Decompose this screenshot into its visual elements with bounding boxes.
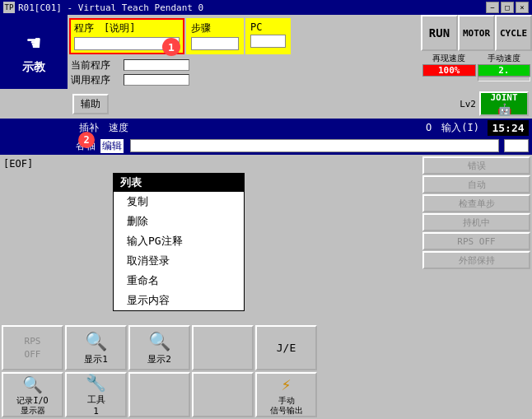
current-prog-input[interactable] xyxy=(124,59,189,71)
manual-signal-label: 手动信号输出 xyxy=(270,396,303,416)
right-panel: RUN MOTOR CYCLE 再现速度 100% 手动速度 2. xyxy=(421,15,532,89)
sidebar-btn-auto[interactable]: 自动 xyxy=(422,175,530,193)
show2-icon: 🔍 xyxy=(148,331,170,351)
right-sidebar: 错误 自动 检查单步 持机中 RPS OFF 外部保持 xyxy=(421,155,532,324)
call-prog-input[interactable] xyxy=(124,74,189,86)
joint-label: JOINT xyxy=(490,92,517,103)
cycle-button[interactable]: CYCLE xyxy=(495,15,532,51)
dropdown-item-cancel-reg[interactable]: 取消登录 xyxy=(114,251,244,271)
manual-speed-value: 2. xyxy=(478,64,531,77)
joint-button[interactable]: JOINT 🤖 xyxy=(479,91,529,116)
nav-item-speed[interactable]: 速度 xyxy=(107,121,130,135)
program-label: 程序 [说明] xyxy=(74,21,180,35)
close-button[interactable]: × xyxy=(516,2,529,13)
eof-label: [EOF] xyxy=(0,155,68,173)
dropdown-item-rename[interactable]: 重命名 xyxy=(114,271,244,291)
tool-btn-empty1[interactable] xyxy=(192,325,254,370)
tool-btn-manual-signal[interactable]: ⚡ 手动信号输出 xyxy=(255,372,317,417)
joint-icon: 🤖 xyxy=(497,103,511,116)
dropdown-item-input-pg[interactable]: 输入PG注释 xyxy=(114,231,244,251)
run-button[interactable]: RUN xyxy=(421,15,458,51)
dropdown-item-copy[interactable]: 复制 xyxy=(114,192,244,212)
editor-area: 列表 复制 删除 输入PG注释 取消登录 重命名 显示内容 xyxy=(68,155,421,324)
sidebar-btn-check-step[interactable]: 检查单步 xyxy=(422,194,530,212)
tool-btn-show2[interactable]: 🔍 显示2 xyxy=(128,325,190,370)
replay-speed-label: 再现速度 xyxy=(432,53,465,64)
step-label: 步骤 xyxy=(191,21,239,35)
show1-icon: 🔍 xyxy=(85,331,107,351)
je-label: J/E xyxy=(277,342,296,354)
edit-input[interactable] xyxy=(130,139,499,152)
sidebar-btn-ext-hold[interactable]: 外部保持 xyxy=(422,251,530,269)
sidebar-btn-error[interactable]: 错误 xyxy=(422,156,530,175)
record-io-icon: 🔍 xyxy=(22,375,43,394)
tool-btn-record-io[interactable]: 🔍 记录I/O显示器 xyxy=(2,372,63,417)
replay-speed-box: 再现速度 100% xyxy=(422,53,476,81)
dropdown-menu: 列表 复制 删除 输入PG注释 取消登录 重命名 显示内容 xyxy=(113,173,245,311)
aux-button[interactable]: 辅助 xyxy=(72,94,109,114)
tool-btn-empty3[interactable] xyxy=(192,372,254,417)
teach-button[interactable]: ☚ 示教 xyxy=(0,15,68,89)
hand-icon: ☚ xyxy=(27,30,41,57)
rmc-row: RUN MOTOR CYCLE xyxy=(421,15,532,51)
current-prog-row: 当前程序 xyxy=(71,58,418,72)
speed-bar xyxy=(478,77,531,81)
nav-item-edit[interactable]: 编辑 xyxy=(100,139,124,153)
nav-item-o[interactable]: O xyxy=(424,122,433,133)
nav-bar-2: 各轴 2 编辑 xyxy=(0,137,532,155)
nav-item-input[interactable]: 输入(I) xyxy=(440,121,481,135)
sidebar-btn-hold[interactable]: 持机中 xyxy=(422,213,530,231)
main-layout: ☚ 示教 1 程序 [说明] 步骤 PC xyxy=(0,15,532,419)
dropdown-item-show-content[interactable]: 显示内容 xyxy=(114,291,244,310)
tool-btn-rps[interactable]: RPSOFF xyxy=(2,325,63,370)
top-section: ☚ 示教 1 程序 [说明] 步骤 PC xyxy=(0,15,532,89)
call-prog-label: 调用程序 xyxy=(71,73,120,87)
tool-btn-tool1[interactable]: 🔧 工具1 xyxy=(65,372,127,417)
restore-button[interactable]: □ xyxy=(501,2,514,13)
time-display: 15:24 xyxy=(488,120,529,136)
call-prog-row: 调用程序 xyxy=(71,72,418,87)
edit-input2[interactable] xyxy=(504,139,529,152)
manual-signal-icon: ⚡ xyxy=(281,375,291,394)
lv2-label: Lv2 xyxy=(460,99,476,109)
speed-row: 再现速度 100% 手动速度 2. xyxy=(421,51,532,83)
titlebar-buttons: − □ × xyxy=(486,2,529,13)
step-field: 步骤 xyxy=(186,18,244,54)
tool1-icon: 🔧 xyxy=(86,373,106,393)
dropdown-header: 列表 xyxy=(114,174,244,192)
manual-speed-label: 手动速度 xyxy=(488,53,520,64)
teach-label: 示教 xyxy=(22,60,45,75)
dropdown-item-delete[interactable]: 删除 xyxy=(114,212,244,231)
minimize-button[interactable]: − xyxy=(486,2,499,13)
tool1-label: 工具1 xyxy=(87,394,105,416)
replay-speed-value: 100% xyxy=(422,64,476,77)
step-input[interactable] xyxy=(191,37,239,50)
pc-label: PC xyxy=(250,21,286,33)
tool-btn-show1[interactable]: 🔍 显示1 xyxy=(65,325,127,370)
pc-field: PC xyxy=(245,18,291,54)
record-io-label: 记录I/O显示器 xyxy=(16,396,48,416)
badge-1: 1 xyxy=(162,38,180,56)
rps-label: RPSOFF xyxy=(25,335,41,361)
badge-2: 2 xyxy=(78,132,95,148)
titlebar-title: R01[C01] - Virtual Teach Pendant 0 xyxy=(18,2,486,13)
middle-section: [EOF] 列表 复制 删除 输入PG注释 取消登录 重命名 显示内容 错误 自… xyxy=(0,155,532,324)
show2-label: 显示2 xyxy=(147,353,171,365)
show1-label: 显示1 xyxy=(84,353,108,365)
tool-btn-empty2[interactable] xyxy=(128,372,190,417)
current-prog-label: 当前程序 xyxy=(71,58,120,72)
left-sidebar: [EOF] xyxy=(0,155,68,324)
pc-input[interactable] xyxy=(250,35,286,48)
tool-btn-je[interactable]: J/E xyxy=(255,325,317,370)
manual-speed-box: 手动速度 2. xyxy=(478,53,531,81)
aux-row: 辅助 Lv2 JOINT 🤖 xyxy=(0,89,532,119)
prog-info: 当前程序 调用程序 xyxy=(68,56,421,89)
bottom-toolbar: RPSOFF 🔍 显示1 🔍 显示2 J/E 🔍 记录I xyxy=(0,324,532,419)
titlebar: TP R01[C01] - Virtual Teach Pendant 0 − … xyxy=(0,0,532,15)
motor-button[interactable]: MOTOR xyxy=(458,15,495,51)
titlebar-icon: TP xyxy=(3,2,15,13)
sidebar-btn-rps-off[interactable]: RPS OFF xyxy=(422,232,530,250)
